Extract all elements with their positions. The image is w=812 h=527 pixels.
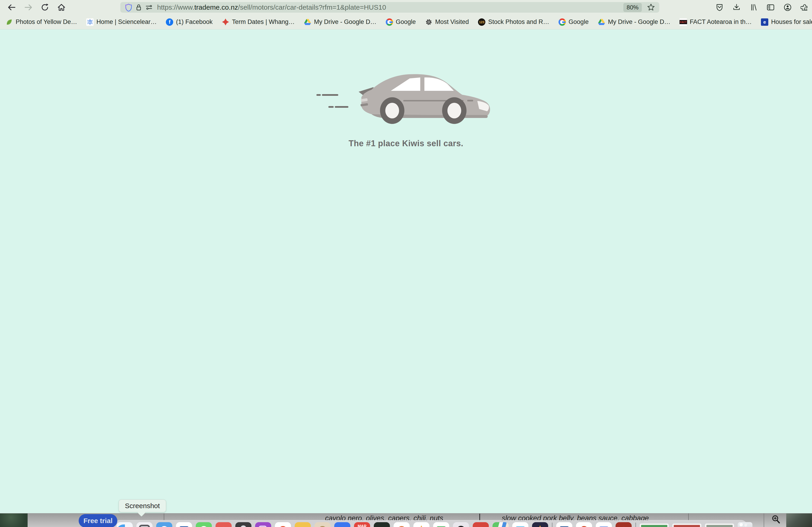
google-drive-icon [304,18,311,26]
bookmark-item[interactable]: 123 Stock Photos and R… [478,18,549,26]
dock-trash[interactable] [738,522,752,527]
dock-tooltip: Screenshot [119,499,166,512]
wallpaper-divider [164,513,164,520]
permissions-sliders-icon [145,3,153,11]
dock-app-instagram[interactable] [255,522,271,527]
browser-toolbar: https://www.trademe.co.nz/sell/motors/ca… [0,0,812,15]
shield-button[interactable] [124,3,134,12]
bookmark-item[interactable]: f (1) Facebook [166,18,213,26]
bookmark-item[interactable]: Most Visited [425,18,469,26]
bookmark-item[interactable]: Term Dates | Whang… [222,18,295,26]
bookmark-label: My Drive - Google D… [608,18,670,26]
dock-app-photos[interactable] [414,522,430,527]
fact-logo-icon: FACT [680,18,687,26]
bookmark-label: Photos of Yellow De… [16,18,77,26]
bookmark-label: Most Visited [435,18,469,26]
downloads-button[interactable] [731,2,742,12]
bookmark-label: Stock Photos and R… [488,18,549,26]
desktop-strip: cavolo nero, olives, capers, chili, nuts… [0,513,812,527]
dock-app-send[interactable] [216,522,232,527]
bookmark-item[interactable]: Sci Home | Sciencelear… [86,18,157,26]
url-text[interactable]: https://www.trademe.co.nz/sell/motors/ca… [157,3,623,11]
wallpaper-dark-corner [786,513,812,527]
back-button[interactable] [5,1,18,13]
dock-app-spreadsheet[interactable] [433,522,449,527]
dock-app-screenshot[interactable] [136,522,153,527]
extensions-button[interactable] [800,2,810,12]
reload-button[interactable] [38,1,52,13]
library-button[interactable] [749,2,759,12]
back-arrow-icon [8,3,16,12]
zoom-magnifier-icon [771,515,781,526]
dock-app-calendar[interactable]: MAR [354,522,370,527]
dock-app-acrobat[interactable] [615,522,632,527]
dock-app-messages[interactable] [196,522,212,527]
sidebar-icon [767,3,775,12]
wallpaper-plant-corner [0,513,28,527]
bookmark-item[interactable]: Google [559,18,589,26]
downloads-icon [733,3,741,12]
bookmark-item[interactable]: Google [386,18,416,26]
dock-app-dark-green[interactable] [374,522,390,527]
dock-app-finder[interactable] [117,522,133,527]
page-content: The #1 place Kiwis sell cars. [0,30,812,513]
google-g-icon [386,18,393,26]
dock-app-photobooth[interactable] [235,522,251,527]
dock-app-flame-game[interactable] [532,522,548,527]
dock-app-tan[interactable] [315,522,331,527]
page-headline: The #1 place Kiwis sell cars. [315,138,497,148]
zoom-level-badge[interactable]: 80% [623,3,642,12]
dock-app-notes[interactable] [295,522,311,527]
minimized-window-thumbnail[interactable] [640,524,669,527]
dock-app-orange-doc[interactable] [394,522,410,527]
home-button[interactable] [55,1,68,13]
dock-app-sky[interactable] [512,522,528,527]
forward-button[interactable] [21,1,35,13]
lock-button[interactable] [134,3,144,12]
bookmark-label: FACT Aotearoa in th… [690,18,752,26]
pocket-icon [715,3,724,12]
bookmark-label: (1) Facebook [176,18,213,26]
bookmark-item[interactable]: e Houses for sale in N… [761,18,812,26]
bookmark-item[interactable]: My Drive - Google D… [304,18,377,26]
bookmark-label: Houses for sale in N… [771,18,812,26]
pocket-button[interactable] [714,2,725,12]
google-g-icon [559,18,566,26]
bookmark-item[interactable]: FACT FACT Aotearoa in th… [680,18,752,26]
dock-app-browser[interactable] [275,522,291,527]
dock-app-docs[interactable] [176,522,192,527]
address-bar[interactable]: https://www.trademe.co.nz/sell/motors/ca… [120,2,659,13]
free-trial-badge[interactable]: Free trial [79,514,117,527]
dock-app-word[interactable] [556,522,572,527]
dock-app-blue[interactable] [334,522,350,527]
bookmark-item[interactable]: My Drive - Google D… [598,18,670,26]
dock-app-maps[interactable] [493,522,509,527]
wallpaper-divider [688,513,689,520]
bookmark-star-button[interactable] [646,3,656,12]
bookmark-star-icon [647,3,655,12]
minimized-window-thumbnail[interactable] [705,524,734,527]
url-domain: trademe.co.nz [194,3,238,11]
library-icon [750,3,758,12]
url-prefix: https://www. [157,3,194,11]
dock-app-blue-bird[interactable] [156,522,172,527]
tracking-protection-shield-icon [125,3,133,12]
dock-app-red[interactable] [473,522,489,527]
sidebar-button[interactable] [766,2,775,12]
account-icon [783,3,792,12]
account-button[interactable] [783,2,793,12]
bookmark-label: My Drive - Google D… [314,18,377,26]
dock-app-camera-lens[interactable] [453,522,469,527]
bookmark-label: Term Dates | Whang… [232,18,295,26]
bookmarks-bar: Photos of Yellow De… Sci Home | Sciencel… [0,15,812,29]
starburst-icon: Sci [86,18,93,26]
red-petal-icon [222,18,229,26]
wallpaper-divider [764,513,764,527]
minimized-window-thumbnail[interactable] [672,524,701,527]
dock-app-powerpoint[interactable] [576,522,592,527]
facebook-icon: f [166,18,173,26]
dock-app-periwinkle[interactable] [596,522,612,527]
permissions-button[interactable] [144,3,154,12]
reload-icon [41,3,49,12]
bookmark-item[interactable]: Photos of Yellow De… [5,18,77,26]
